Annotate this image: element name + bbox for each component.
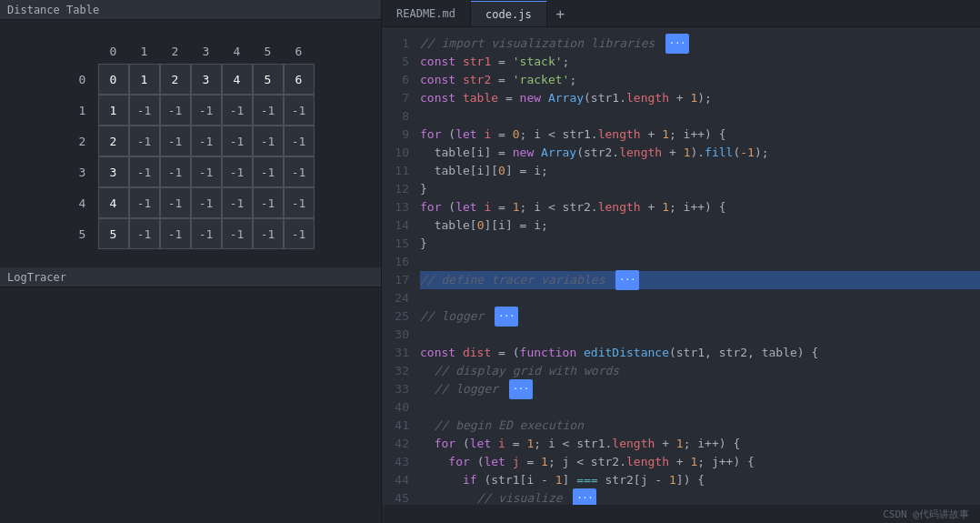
cell-2-1: -1 [129, 126, 160, 156]
cell-2-2: -1 [160, 126, 191, 156]
tab-readme[interactable]: README.md [382, 1, 471, 26]
tab-codejs[interactable]: code.js [471, 1, 547, 26]
cell-4-4: -1 [222, 187, 253, 218]
cell-0-5: 5 [253, 64, 284, 95]
row-label-2: 2 [67, 126, 98, 156]
cell-5-1: -1 [129, 218, 160, 249]
code-line: table[i] = new Array(str2.length + 1).fi… [420, 144, 980, 162]
cell-0-4: 4 [222, 64, 253, 95]
cell-0-1: 1 [129, 64, 160, 95]
cell-1-1: -1 [129, 95, 160, 126]
cell-0-0: 0 [98, 64, 129, 95]
code-line: for (let j = 1; j < str2.length + 1; j++… [420, 453, 980, 471]
row-label-4: 4 [67, 187, 98, 218]
table-col-headers: 0 1 2 3 4 5 6 [98, 38, 315, 64]
cell-3-4: -1 [222, 156, 253, 187]
distance-table-area: 0 1 2 3 4 5 6 0 0 1 2 3 4 5 6 [0, 20, 381, 267]
row-label-1: 1 [67, 95, 98, 126]
cell-1-5: -1 [253, 95, 284, 126]
code-line [420, 398, 980, 417]
code-line: // logger ··· [420, 307, 980, 326]
code-line [420, 289, 980, 307]
code-line-highlighted: // define tracer variables ··· [420, 271, 980, 289]
code-line: table[i][0] = i; [420, 162, 980, 180]
cell-0-6: 6 [284, 64, 315, 95]
cell-5-5: -1 [253, 218, 284, 249]
distance-table-title: Distance Table [0, 0, 381, 20]
col-header-0: 0 [98, 38, 129, 64]
table-row: 1 1 -1 -1 -1 -1 -1 -1 [67, 95, 315, 126]
cell-2-3: -1 [191, 126, 222, 156]
col-header-1: 1 [129, 38, 160, 64]
cell-2-6: -1 [284, 126, 315, 156]
table-row: 2 2 -1 -1 -1 -1 -1 -1 [67, 126, 315, 156]
code-line: const str1 = 'stack'; [420, 53, 980, 71]
cell-3-5: -1 [253, 156, 284, 187]
code-line: const str2 = 'racket'; [420, 71, 980, 89]
cell-1-2: -1 [160, 95, 191, 126]
cell-5-3: -1 [191, 218, 222, 249]
col-header-2: 2 [160, 38, 191, 64]
cell-2-0: 2 [98, 126, 129, 156]
editor-tabs: README.md code.js + [382, 0, 980, 27]
line-numbers: 1 5 6 7 8 9 10 11 12 13 14 15 16 17 24 2… [382, 27, 416, 505]
cell-1-6: -1 [284, 95, 315, 126]
table-row: 4 4 -1 -1 -1 -1 -1 -1 [67, 187, 315, 218]
table-row: 0 0 1 2 3 4 5 6 [67, 64, 315, 95]
cell-3-6: -1 [284, 156, 315, 187]
code-line: for (let i = 1; i < str1.length + 1; i++… [420, 435, 980, 453]
add-tab-button[interactable]: + [547, 1, 575, 26]
table-row: 3 3 -1 -1 -1 -1 -1 -1 [67, 156, 315, 187]
code-line: table[0][i] = i; [420, 216, 980, 235]
code-line [420, 107, 980, 126]
cell-3-1: -1 [129, 156, 160, 187]
cell-4-2: -1 [160, 187, 191, 218]
code-line: } [420, 235, 980, 253]
cell-4-0: 4 [98, 187, 129, 218]
log-tracer-section: LogTracer [0, 267, 381, 349]
cell-2-4: -1 [222, 126, 253, 156]
cell-3-2: -1 [160, 156, 191, 187]
cell-4-1: -1 [129, 187, 160, 218]
row-label-0: 0 [67, 64, 98, 95]
code-line: if (str1[i - 1] === str2[j - 1]) { [420, 471, 980, 489]
cell-3-3: -1 [191, 156, 222, 187]
left-panel: Distance Table 0 1 2 3 4 5 6 0 0 1 [0, 0, 382, 523]
distance-table-section: Distance Table 0 1 2 3 4 5 6 0 0 1 [0, 0, 381, 267]
cell-0-2: 2 [160, 64, 191, 95]
cell-1-0: 1 [98, 95, 129, 126]
cell-2-5: -1 [253, 126, 284, 156]
cell-3-0: 3 [98, 156, 129, 187]
table-container: 0 1 2 3 4 5 6 0 0 1 2 3 4 5 6 [67, 38, 315, 249]
table-row: 5 5 -1 -1 -1 -1 -1 -1 [67, 218, 315, 249]
cell-5-0: 5 [98, 218, 129, 249]
log-tracer-title: LogTracer [0, 267, 381, 287]
col-header-5: 5 [253, 38, 284, 64]
code-line: const dist = (function editDistance(str1… [420, 344, 980, 362]
code-line: for (let i = 1; i < str2.length + 1; i++… [420, 198, 980, 216]
row-label-5: 5 [67, 218, 98, 249]
code-line: // visualize ··· [420, 489, 980, 505]
code-line: // display grid with words [420, 362, 980, 380]
row-label-3: 3 [67, 156, 98, 187]
code-line [420, 253, 980, 271]
code-line: const table = new Array(str1.length + 1)… [420, 89, 980, 107]
col-header-3: 3 [191, 38, 222, 64]
code-line: // logger ··· [420, 380, 980, 398]
code-line [420, 326, 980, 344]
cell-1-3: -1 [191, 95, 222, 126]
cell-4-6: -1 [284, 187, 315, 218]
cell-5-4: -1 [222, 218, 253, 249]
cell-5-6: -1 [284, 218, 315, 249]
code-line: // import visualization libraries ··· [420, 35, 980, 53]
cell-4-3: -1 [191, 187, 222, 218]
right-panel: README.md code.js + 1 5 6 7 8 9 10 11 12… [382, 0, 980, 523]
bottom-bar: CSDN @代码讲故事 [382, 505, 980, 523]
code-line: } [420, 180, 980, 198]
code-line: for (let i = 0; i < str1.length + 1; i++… [420, 126, 980, 144]
col-header-6: 6 [284, 38, 315, 64]
cell-5-2: -1 [160, 218, 191, 249]
cell-0-3: 3 [191, 64, 222, 95]
cell-4-5: -1 [253, 187, 284, 218]
code-content: // import visualization libraries ··· co… [416, 27, 980, 505]
